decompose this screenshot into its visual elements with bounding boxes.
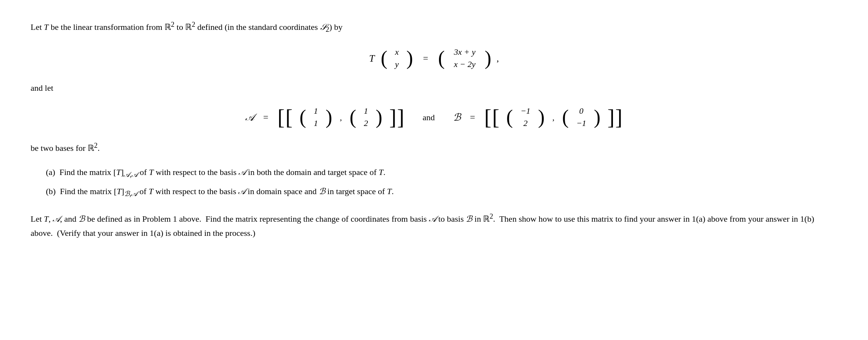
basis-A-equals: = (263, 110, 268, 124)
T-symbol: T (369, 51, 374, 67)
v1-left-paren-A: ( (299, 107, 306, 127)
v2-top-B: 0 (579, 106, 584, 116)
intro-paragraph: Let T be the linear transformation from … (31, 19, 837, 36)
and-let-paragraph: and let (31, 81, 837, 95)
basis-B-v2: 0 −1 (574, 105, 588, 129)
dbl-bracket-right-A2: ] (397, 106, 405, 128)
dbl-bracket-left-A: [ (278, 106, 285, 128)
basis-B-expression: ℬ = [ [ ( −1 2 ) , ( 0 −1 ) ] ] (453, 105, 623, 129)
v2-right-paren-A: ) (376, 107, 382, 127)
dbl-bracket-right-A: ] (389, 106, 397, 128)
v1-right-paren-A: ) (325, 107, 332, 127)
v2-bot-B: −1 (576, 118, 586, 128)
part-b: (b) Find the matrix [T]ℬ,𝒜 of T with res… (46, 185, 837, 200)
basis-A-expression: 𝒜 = [ [ ( 1 1 ) , ( 1 2 ) ] ] (245, 105, 404, 129)
formula-comma: , (497, 51, 499, 65)
final-paragraph: Let T, 𝒜, and ℬ be defined as in Problem… (31, 211, 837, 240)
v1-bot-A: 1 (314, 118, 318, 128)
dbl-bracket-right-B: ] (607, 106, 614, 128)
dbl-bracket-left-B: [ (484, 106, 492, 128)
input-y: y (395, 59, 399, 69)
bases-conclusion: be two bases for ℝ2. (31, 140, 837, 155)
dbl-bracket-left-B2: [ (492, 106, 499, 128)
input-left-paren: ( (381, 48, 387, 68)
output-right-paren: ) (484, 48, 491, 68)
v2-bot-A: 2 (364, 118, 368, 128)
v2-top-A: 1 (364, 106, 368, 116)
comma-A: , (340, 111, 342, 124)
v2-left-paren-B: ( (562, 107, 569, 127)
v2-right-paren-B: ) (594, 107, 600, 127)
input-right-paren: ) (406, 48, 413, 68)
v1-left-paren-B: ( (506, 107, 513, 127)
input-vector: x y (393, 46, 401, 70)
and-let-text: and let (31, 83, 53, 93)
v1-top-A: 1 (314, 106, 318, 116)
output-left-paren: ( (438, 48, 445, 68)
final-text: Let T, 𝒜, and ℬ be defined as in Problem… (31, 214, 814, 238)
v1-bot-B: 2 (523, 118, 528, 128)
part-b-text: (b) Find the matrix [T]ℬ,𝒜 of T with res… (46, 186, 394, 196)
basis-B-label: ℬ (453, 110, 461, 126)
bases-formula: 𝒜 = [ [ ( 1 1 ) , ( 1 2 ) ] ] (31, 105, 837, 129)
comma-B: , (552, 111, 554, 124)
transformation-expression: T ( x y ) = ( 3x + y x − 2y ) , (369, 46, 499, 70)
page-content: Let T be the linear transformation from … (31, 19, 837, 240)
v1-top-B: −1 (520, 106, 530, 116)
part-a-text: (a) Find the matrix [T]𝒜,𝒜 of T with res… (46, 167, 385, 177)
v1-right-paren-B: ) (538, 107, 545, 127)
output-top: 3x + y (454, 47, 475, 57)
intro-text: Let T be the linear transformation from … (31, 22, 343, 32)
equals-sign: = (423, 51, 428, 65)
output-bottom: x − 2y (454, 59, 475, 69)
basis-B-equals: = (470, 110, 475, 124)
transformation-formula: T ( x y ) = ( 3x + y x − 2y ) , (31, 46, 837, 70)
output-vector: 3x + y x − 2y (450, 46, 479, 70)
basis-A-v2: 1 2 (362, 105, 371, 129)
dbl-bracket-left-A2: [ (285, 106, 293, 128)
basis-B-v1: −1 2 (518, 105, 533, 129)
and-word: and (423, 111, 435, 124)
be-two-bases-text: be two bases for ℝ2. (31, 143, 100, 153)
basis-A-label: 𝒜 (245, 110, 254, 126)
v2-left-paren-A: ( (349, 107, 356, 127)
basis-A-v1: 1 1 (311, 105, 320, 129)
part-a: (a) Find the matrix [T]𝒜,𝒜 of T with res… (46, 165, 837, 181)
input-x: x (395, 47, 399, 57)
dbl-bracket-right-B2: ] (615, 106, 623, 128)
